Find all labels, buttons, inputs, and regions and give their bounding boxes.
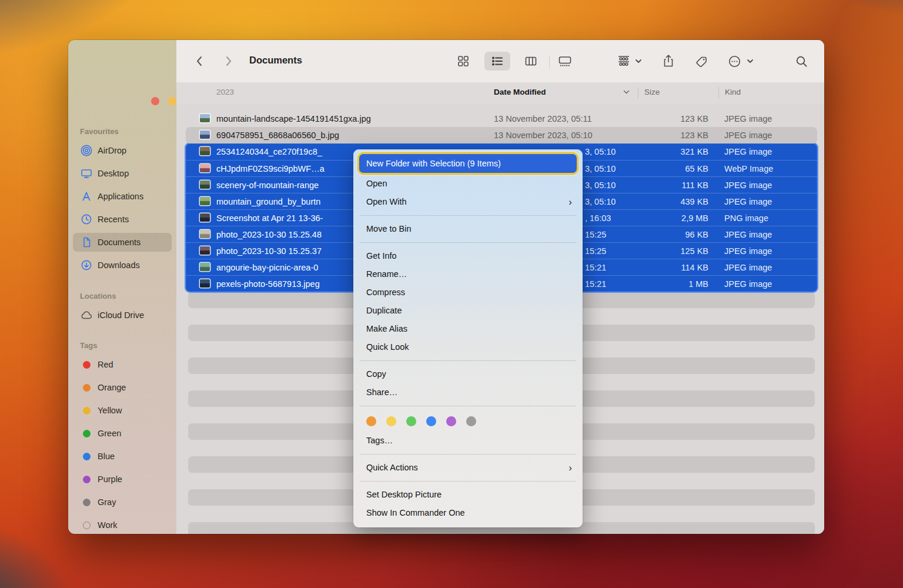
list-view-button[interactable] bbox=[484, 52, 510, 71]
back-button[interactable] bbox=[189, 52, 209, 71]
sidebar-item-label: Red bbox=[98, 360, 113, 369]
menu-item-share[interactable]: Share… bbox=[353, 383, 583, 402]
file-name: photo_2023-10-30 15.25.37 bbox=[216, 243, 322, 259]
column-header-kind[interactable]: Kind bbox=[725, 88, 741, 96]
forward-button[interactable] bbox=[219, 52, 239, 71]
menu-item-get-info[interactable]: Get Info bbox=[353, 247, 583, 265]
tag-blue-button[interactable] bbox=[426, 416, 436, 426]
tag-dot-blue-icon bbox=[80, 450, 93, 462]
download-icon bbox=[80, 259, 93, 271]
sidebar-tag-orange[interactable]: Orange bbox=[73, 378, 172, 397]
sidebar-tag-yellow[interactable]: Yellow bbox=[73, 401, 172, 420]
file-size: 114 KB bbox=[650, 259, 708, 276]
file-row[interactable]: mountain-landscape-1454191451gxa.jpg 13 … bbox=[186, 111, 817, 127]
chevron-right-icon: › bbox=[568, 459, 572, 477]
column-header-date-modified[interactable]: Date Modified bbox=[494, 88, 546, 96]
menu-item-rename[interactable]: Rename… bbox=[353, 265, 583, 283]
tag-button[interactable] bbox=[691, 52, 711, 71]
icon-view-button[interactable] bbox=[453, 52, 473, 71]
gallery-view-button[interactable] bbox=[555, 52, 575, 71]
sidebar-item-label: Applications bbox=[98, 192, 143, 201]
file-thumbnail-icon bbox=[200, 263, 210, 271]
file-size: 123 KB bbox=[650, 127, 708, 143]
sidebar-tag-work[interactable]: Work bbox=[73, 516, 172, 534]
tag-yellow-button[interactable] bbox=[386, 416, 396, 426]
tag-orange-button[interactable] bbox=[366, 416, 376, 426]
sidebar-item-icloud-drive[interactable]: iCloud Drive bbox=[73, 306, 172, 325]
toolbar: Documents bbox=[176, 40, 824, 83]
file-row[interactable]: 6904758951_6868a06560_b.jpg 13 November … bbox=[186, 127, 817, 143]
file-name: 6904758951_6868a06560_b.jpg bbox=[216, 127, 339, 143]
menu-item-make-alias[interactable]: Make Alias bbox=[353, 320, 583, 338]
tag-dot-orange-icon bbox=[80, 382, 93, 393]
file-thumbnail-icon bbox=[200, 279, 210, 288]
minimize-window-button[interactable] bbox=[168, 97, 176, 105]
sidebar-item-airdrop[interactable]: AirDrop bbox=[73, 141, 172, 160]
tag-purple-button[interactable] bbox=[446, 416, 456, 426]
menu-item-move-to-bin[interactable]: Move to Bin bbox=[353, 220, 583, 238]
clock-icon bbox=[80, 213, 93, 225]
file-thumbnail-icon bbox=[200, 230, 210, 238]
menu-item-duplicate[interactable]: Duplicate bbox=[353, 302, 583, 320]
close-window-button[interactable] bbox=[151, 97, 159, 105]
sidebar-item-label: AirDrop bbox=[98, 146, 126, 155]
column-header-size[interactable]: Size bbox=[644, 88, 660, 96]
menu-item-show-in-commander-one[interactable]: Show In Commander One bbox=[353, 504, 583, 522]
sidebar-item-documents[interactable]: Documents bbox=[73, 233, 172, 252]
file-kind: JPEG image bbox=[724, 111, 772, 127]
sidebar-tag-red[interactable]: Red bbox=[73, 355, 172, 374]
menu-item-compress[interactable]: Compress bbox=[353, 283, 583, 302]
file-thumbnail-icon bbox=[200, 213, 210, 222]
menu-item-set-desktop-picture[interactable]: Set Desktop Picture bbox=[353, 486, 583, 504]
sidebar-tag-purple[interactable]: Purple bbox=[73, 470, 172, 489]
sidebar-item-recents[interactable]: Recents bbox=[73, 210, 172, 229]
share-button[interactable] bbox=[658, 52, 678, 71]
sidebar-section-favourites: Favourites bbox=[80, 127, 119, 136]
menu-item-quick-look[interactable]: Quick Look bbox=[353, 338, 583, 356]
menu-item-quick-actions[interactable]: Quick Actions › bbox=[353, 459, 583, 477]
menu-item-copy[interactable]: Copy bbox=[353, 365, 583, 383]
file-thumbnail-icon bbox=[200, 147, 210, 155]
sidebar-tag-green[interactable]: Green bbox=[73, 424, 172, 443]
menu-item-open-with[interactable]: Open With › bbox=[353, 193, 583, 211]
tag-dot-purple-icon bbox=[80, 473, 93, 485]
sidebar: Favourites AirDrop Desktop bbox=[68, 40, 177, 534]
menu-item-tags[interactable]: Tags… bbox=[353, 432, 583, 450]
airdrop-icon bbox=[80, 145, 93, 156]
group-by-button[interactable] bbox=[614, 52, 634, 71]
tag-gray-button[interactable] bbox=[466, 416, 476, 426]
file-date: 15:25 bbox=[585, 243, 606, 259]
document-icon bbox=[80, 236, 93, 248]
search-button[interactable] bbox=[791, 52, 811, 71]
file-kind: JPEG image bbox=[724, 193, 772, 210]
column-view-button[interactable] bbox=[521, 52, 541, 71]
file-size: 125 KB bbox=[650, 243, 708, 259]
file-kind: JPEG image bbox=[724, 177, 772, 193]
desktop-icon bbox=[80, 168, 93, 179]
menu-separator bbox=[360, 242, 576, 243]
file-date: 15:25 bbox=[585, 226, 606, 243]
file-size: 123 KB bbox=[650, 111, 708, 127]
file-date: 3, 05:10 bbox=[585, 193, 616, 210]
sidebar-tag-gray[interactable]: Gray bbox=[73, 493, 172, 512]
list-header: 2023 Date Modified Size Kind bbox=[176, 82, 824, 105]
menu-item-new-folder-with-selection[interactable]: New Folder with Selection (9 Items) bbox=[359, 154, 577, 173]
group-header-2023: 2023 bbox=[216, 88, 234, 96]
file-kind: PNG image bbox=[724, 210, 768, 226]
menu-separator bbox=[360, 481, 576, 482]
chevron-down-icon[interactable] bbox=[633, 52, 644, 71]
tag-dot-gray-icon bbox=[80, 496, 93, 508]
chevron-down-icon[interactable] bbox=[744, 52, 756, 71]
column-divider[interactable] bbox=[718, 87, 719, 99]
sidebar-item-desktop[interactable]: Desktop bbox=[73, 164, 172, 183]
tag-green-button[interactable] bbox=[406, 416, 416, 426]
sidebar-item-applications[interactable]: Applications bbox=[73, 187, 172, 206]
menu-item-open[interactable]: Open bbox=[353, 175, 583, 193]
more-options-button[interactable] bbox=[724, 52, 744, 71]
sidebar-item-downloads[interactable]: Downloads bbox=[73, 256, 172, 275]
column-divider[interactable] bbox=[638, 87, 638, 99]
sidebar-tag-blue[interactable]: Blue bbox=[73, 447, 172, 466]
file-name: 25341240344_ce270f19c8_ bbox=[216, 143, 322, 160]
file-date: 3, 05:10 bbox=[585, 177, 616, 193]
file-size: 96 KB bbox=[650, 226, 708, 243]
